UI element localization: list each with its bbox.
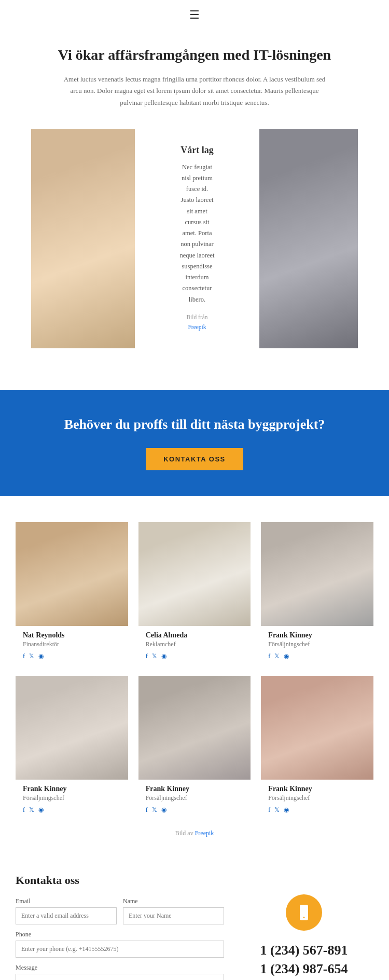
twitter-icon-3[interactable]: 𝕏 bbox=[29, 806, 34, 814]
freepik-team-row: Bild av Freepik bbox=[16, 829, 373, 837]
instagram-icon-1[interactable]: ◉ bbox=[161, 652, 166, 660]
team-row-1: Nat Reynolds Finansdirektör f 𝕏 ◉ Celia … bbox=[16, 522, 373, 663]
card-photo-0 bbox=[16, 522, 128, 626]
instagram-icon-5[interactable]: ◉ bbox=[284, 806, 289, 814]
team-card-0: Nat Reynolds Finansdirektör f 𝕏 ◉ bbox=[16, 522, 128, 663]
card-name-1: Celia Almeda bbox=[146, 631, 244, 639]
email-group: Email bbox=[16, 897, 117, 924]
social-icons-1: f 𝕏 ◉ bbox=[146, 652, 244, 660]
contact-section: Kontakta oss Email Name Phone Message I … bbox=[0, 863, 389, 980]
twitter-icon-0[interactable]: 𝕏 bbox=[29, 652, 34, 660]
hero-section: Vi ökar affärsframgången med IT-lösninge… bbox=[0, 30, 389, 129]
team-card-2: Frank Kinney Försäljningschef f 𝕏 ◉ bbox=[261, 522, 373, 663]
team-card-4: Frank Kinney Försäljningschef f 𝕏 ◉ bbox=[138, 676, 251, 817]
team-card-1: Celia Almeda Reklamchef f 𝕏 ◉ bbox=[138, 522, 251, 663]
instagram-icon-0[interactable]: ◉ bbox=[38, 652, 44, 660]
contact-form: Kontakta oss Email Name Phone Message I … bbox=[16, 874, 224, 980]
hero-description: Amet luctus venenatis lectus magna fring… bbox=[60, 74, 329, 108]
team-intro-section: Vårt lag Nec feugiat nisl pretium fusce … bbox=[16, 129, 373, 369]
team-card-5: Frank Kinney Försäljningschef f 𝕏 ◉ bbox=[261, 676, 373, 817]
card-role-3: Försäljningschef bbox=[23, 794, 121, 802]
card-name-3: Frank Kinney bbox=[23, 785, 121, 793]
facebook-icon-2[interactable]: f bbox=[268, 652, 270, 660]
instagram-icon-4[interactable]: ◉ bbox=[161, 806, 166, 814]
contact-heading: Kontakta oss bbox=[16, 874, 224, 887]
social-icons-4: f 𝕏 ◉ bbox=[146, 806, 244, 814]
card-name-5: Frank Kinney bbox=[268, 785, 366, 793]
svg-point-1 bbox=[303, 917, 305, 918]
phone-label: Phone bbox=[16, 931, 224, 938]
message-group: Message bbox=[16, 964, 224, 980]
email-label: Email bbox=[16, 897, 117, 905]
card-photo-5 bbox=[261, 676, 373, 780]
card-name-4: Frank Kinney bbox=[146, 785, 244, 793]
phone-group: Phone bbox=[16, 931, 224, 958]
team-intro-text: Vårt lag Nec feugiat nisl pretium fusce … bbox=[166, 129, 228, 348]
twitter-icon-1[interactable]: 𝕏 bbox=[152, 652, 157, 660]
card-info-4: Frank Kinney Försäljningschef f 𝕏 ◉ bbox=[138, 780, 251, 817]
form-row-1: Email Name bbox=[16, 897, 224, 924]
team-card-3: Frank Kinney Försäljningschef f 𝕏 ◉ bbox=[16, 676, 128, 817]
email-input[interactable] bbox=[16, 907, 117, 924]
phone-input[interactable] bbox=[16, 941, 224, 958]
freepik-team-link[interactable]: Freepik bbox=[195, 829, 214, 837]
card-info-0: Nat Reynolds Finansdirektör f 𝕏 ◉ bbox=[16, 626, 128, 663]
team-row-2: Frank Kinney Försäljningschef f 𝕏 ◉ Fran… bbox=[16, 676, 373, 817]
name-input[interactable] bbox=[123, 907, 224, 924]
message-textarea[interactable] bbox=[16, 974, 224, 980]
team-description: Nec feugiat nisl pretium fusce id. Justo… bbox=[179, 162, 215, 305]
twitter-icon-4[interactable]: 𝕏 bbox=[152, 806, 157, 814]
facebook-icon-1[interactable]: f bbox=[146, 652, 148, 660]
name-label: Name bbox=[123, 897, 224, 905]
freepik-team-label: Bild av bbox=[175, 829, 193, 837]
card-photo-4 bbox=[138, 676, 251, 780]
navbar: ☰ bbox=[0, 0, 389, 30]
phone-number-1: 1 (234) 567-891 bbox=[260, 941, 348, 960]
card-role-2: Försäljningschef bbox=[268, 641, 366, 648]
card-info-5: Frank Kinney Försäljningschef f 𝕏 ◉ bbox=[261, 780, 373, 817]
cta-button[interactable]: KONTAKTA OSS bbox=[146, 448, 243, 470]
social-icons-3: f 𝕏 ◉ bbox=[23, 806, 121, 814]
hero-title: Vi ökar affärsframgången med IT-lösninge… bbox=[41, 46, 348, 64]
freepik-link[interactable]: Freepik bbox=[188, 324, 206, 330]
card-photo-2 bbox=[261, 522, 373, 626]
twitter-icon-5[interactable]: 𝕏 bbox=[274, 806, 280, 814]
social-icons-5: f 𝕏 ◉ bbox=[268, 806, 366, 814]
card-name-0: Nat Reynolds bbox=[23, 631, 121, 639]
facebook-icon-4[interactable]: f bbox=[146, 806, 148, 814]
freepik-label: Bild från bbox=[186, 314, 207, 320]
message-label: Message bbox=[16, 964, 224, 972]
facebook-icon-3[interactable]: f bbox=[23, 806, 25, 814]
card-info-2: Frank Kinney Försäljningschef f 𝕏 ◉ bbox=[261, 626, 373, 663]
twitter-icon-2[interactable]: 𝕏 bbox=[274, 652, 280, 660]
contact-info: 1 (234) 567-891 1 (234) 987-654 bbox=[234, 874, 373, 979]
team-photo-left bbox=[31, 129, 135, 348]
social-icons-2: f 𝕏 ◉ bbox=[268, 652, 366, 660]
card-photo-1 bbox=[138, 522, 251, 626]
cta-banner: Behöver du proffs till ditt nästa byggpr… bbox=[0, 390, 389, 496]
social-icons-0: f 𝕏 ◉ bbox=[23, 652, 121, 660]
card-photo-3 bbox=[16, 676, 128, 780]
cta-heading: Behöver du proffs till ditt nästa byggpr… bbox=[31, 416, 358, 433]
team-grid-section: Nat Reynolds Finansdirektör f 𝕏 ◉ Celia … bbox=[0, 517, 389, 863]
card-role-1: Reklamchef bbox=[146, 641, 244, 648]
card-role-5: Försäljningschef bbox=[268, 794, 366, 802]
card-info-3: Frank Kinney Försäljningschef f 𝕏 ◉ bbox=[16, 780, 128, 817]
name-group: Name bbox=[123, 897, 224, 924]
card-role-4: Försäljningschef bbox=[146, 794, 244, 802]
facebook-icon-0[interactable]: f bbox=[23, 652, 25, 660]
card-role-0: Finansdirektör bbox=[23, 641, 121, 648]
team-heading: Vårt lag bbox=[179, 145, 215, 156]
menu-icon[interactable]: ☰ bbox=[189, 8, 200, 22]
phone-number-2: 1 (234) 987-654 bbox=[260, 960, 348, 978]
phone-icon-circle bbox=[286, 894, 322, 931]
instagram-icon-2[interactable]: ◉ bbox=[284, 652, 289, 660]
phone-icon bbox=[296, 904, 312, 921]
card-name-2: Frank Kinney bbox=[268, 631, 366, 639]
team-photo-right bbox=[259, 129, 358, 348]
instagram-icon-3[interactable]: ◉ bbox=[38, 806, 44, 814]
facebook-icon-5[interactable]: f bbox=[268, 806, 270, 814]
card-info-1: Celia Almeda Reklamchef f 𝕏 ◉ bbox=[138, 626, 251, 663]
